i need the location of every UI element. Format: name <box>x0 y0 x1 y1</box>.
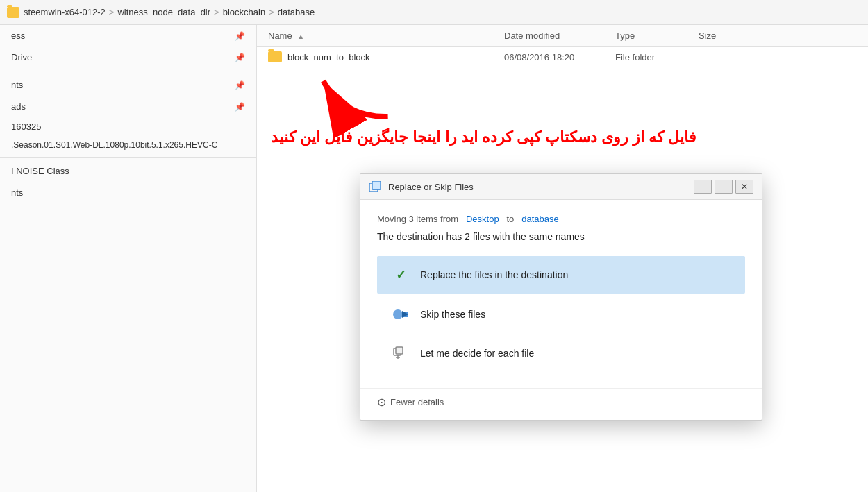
dialog-body: Moving 3 items from Desktop to database … <box>360 200 762 388</box>
replace-skip-dialog[interactable]: Replace or Skip Files — □ ✕ Moving 3 ite… <box>360 173 762 421</box>
sidebar-divider-1 <box>0 71 256 71</box>
close-button[interactable]: ✕ <box>735 180 753 194</box>
breadcrumb: steemwin-x64-012-2 > witness_node_data_d… <box>0 0 868 25</box>
breadcrumb-sep-2: > <box>214 7 219 17</box>
svg-rect-3 <box>372 181 381 189</box>
sidebar-item-ads[interactable]: ads 📌 <box>0 96 256 117</box>
sidebar-item-nts2-label: nts <box>11 187 245 198</box>
file-name-cell: block_num_to_block <box>287 52 504 62</box>
option-replace[interactable]: ✓ Replace the files in the destination <box>377 256 745 294</box>
col-header-date[interactable]: Date modified <box>504 31 615 41</box>
breadcrumb-item-4[interactable]: database <box>278 7 315 17</box>
sidebar-item-ess-label: ess <box>11 31 235 41</box>
folder-file-icon <box>268 51 282 62</box>
fewer-details-label: Fewer details <box>390 397 444 407</box>
decide-icon <box>391 346 410 360</box>
dialog-title-left: Replace or Skip Files <box>369 181 474 192</box>
minimize-button[interactable]: — <box>694 180 712 194</box>
sidebar-item-ads-label: ads <box>11 101 235 112</box>
breadcrumb-sep-1: > <box>109 7 115 17</box>
column-headers: Name ▲ Date modified Type Size <box>257 25 868 47</box>
breadcrumb-item-1[interactable]: steemwin-x64-012-2 <box>24 7 106 17</box>
dialog-title-controls: — □ ✕ <box>694 180 753 194</box>
fewer-details-button[interactable]: ⊙ Fewer details <box>377 396 444 409</box>
option-skip[interactable]: Skip these files <box>377 296 745 332</box>
file-date-cell: 06/08/2016 18:20 <box>504 52 615 62</box>
dialog-dest-link[interactable]: database <box>521 214 559 224</box>
sidebar-divider-2 <box>0 157 256 158</box>
dialog-copy-icon <box>369 181 383 192</box>
sort-arrow-icon: ▲ <box>297 33 304 40</box>
col-header-size[interactable]: Size <box>699 31 754 41</box>
sidebar-item-drive[interactable]: Drive 📌 <box>0 46 256 68</box>
col-header-type[interactable]: Type <box>615 31 699 41</box>
dialog-footer: ⊙ Fewer details <box>360 388 762 420</box>
breadcrumb-sep-3: > <box>269 7 274 17</box>
option-decide[interactable]: Let me decide for each file <box>377 335 745 371</box>
col-header-name[interactable]: Name ▲ <box>268 31 504 41</box>
table-row[interactable]: block_num_to_block 06/08/2016 18:20 File… <box>257 47 868 67</box>
option-skip-label: Skip these files <box>420 309 485 320</box>
dialog-source-link[interactable]: Desktop <box>466 214 499 224</box>
annotation-text: فایل که از روی دسکتاپ کپی کرده اید را ای… <box>271 128 696 146</box>
breadcrumb-item-2[interactable]: witness_node_data_dir <box>117 7 210 17</box>
svg-point-4 <box>393 309 403 319</box>
sidebar-item-long[interactable]: .Season.01.S01.Web-DL.1080p.10bit.5.1.x2… <box>0 136 256 154</box>
dialog-titlebar: Replace or Skip Files — □ ✕ <box>360 174 762 200</box>
file-type-cell: File folder <box>615 52 699 62</box>
replace-check-icon: ✓ <box>391 267 410 282</box>
sidebar-item-number[interactable]: 160325 <box>0 117 256 136</box>
fewer-details-icon: ⊙ <box>377 396 386 409</box>
sidebar: ess 📌 Drive 📌 nts 📌 ads 📌 160325 .Season… <box>0 25 257 492</box>
pin-icon-2: 📌 <box>235 80 245 90</box>
pin-icon-0: 📌 <box>235 31 245 41</box>
dialog-description: The destination has 2 files with the sam… <box>377 231 745 242</box>
sidebar-item-noise-label: I NOISE Class <box>11 166 245 176</box>
dialog-title-text: Replace or Skip Files <box>388 182 474 192</box>
option-replace-label: Replace the files in the destination <box>420 269 568 280</box>
svg-rect-8 <box>396 347 403 354</box>
folder-icon <box>7 7 19 18</box>
skip-icon <box>391 307 410 321</box>
pin-icon-3: 📌 <box>235 102 245 112</box>
pin-icon-1: 📌 <box>235 53 245 62</box>
dialog-subtitle: Moving 3 items from Desktop to database <box>377 214 745 224</box>
sidebar-item-nts-label: nts <box>11 80 235 90</box>
option-decide-label: Let me decide for each file <box>420 348 534 359</box>
sidebar-item-noise[interactable]: I NOISE Class <box>0 160 256 182</box>
sidebar-item-nts[interactable]: nts 📌 <box>0 74 256 96</box>
sidebar-item-nts2[interactable]: nts <box>0 182 256 203</box>
sidebar-item-drive-label: Drive <box>11 52 235 62</box>
breadcrumb-item-3[interactable]: blockchain <box>223 7 265 17</box>
sidebar-item-ess[interactable]: ess 📌 <box>0 25 256 46</box>
maximize-button[interactable]: □ <box>715 180 733 194</box>
